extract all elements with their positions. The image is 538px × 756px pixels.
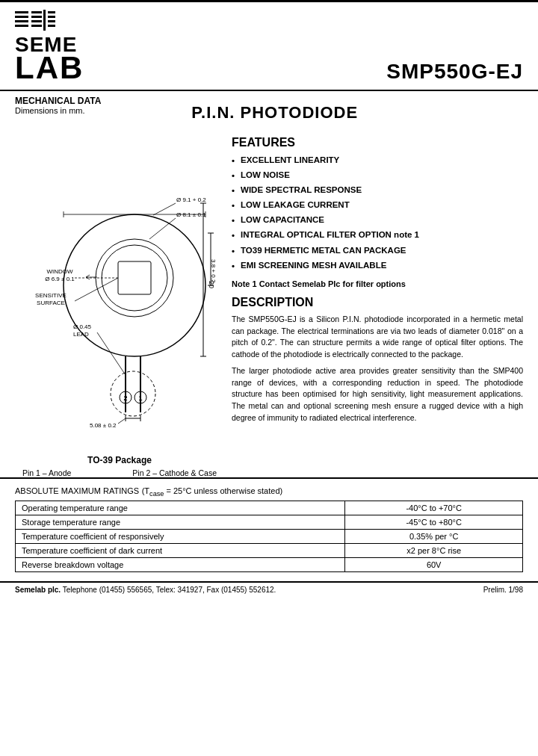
feature-item: •LOW NOISE [232,169,523,182]
feature-text: LOW LEAKAGE CURRENT [241,199,350,211]
value-cell: 0.35% per °C [345,530,523,544]
svg-text:SENSITIVE: SENSITIVE [35,292,67,299]
param-cell: Reverse breakdown voltage [16,558,345,572]
table-row: Operating temperature range-40°C to +70°… [16,501,523,515]
pin-labels: Pin 1 – Anode Pin 2 – Cathode & Case [15,468,224,477]
svg-rect-3 [15,25,28,27]
svg-line-33 [86,277,90,279]
subtitle-row: MECHANICAL DATA Dimensions in mm. P.I.N.… [0,91,538,126]
table-row: Storage temperature range-45°C to +80°C [16,515,523,530]
svg-text:Ø 6.9 ± 0.1: Ø 6.9 ± 0.1 [45,276,75,282]
footer-contact: Telephone (01455) 556565, Telex: 341927,… [63,586,276,594]
svg-rect-11 [48,20,55,22]
pin1-label: Pin 1 – Anode [22,468,71,477]
svg-rect-1 [15,16,28,18]
svg-rect-7 [31,25,42,27]
ratings-title-text: ABSOLUTE MAXIMUM RATINGS [15,486,139,495]
feature-text: EXCELLENT LINEARITY [241,154,339,166]
table-row: Temperature coefficient of dark currentx… [16,544,523,558]
param-cell: Temperature coefficient of dark current [16,544,345,558]
svg-text:Ø 0.45: Ø 0.45 [73,323,92,330]
param-cell: Temperature coefficient of responsively [16,530,345,544]
svg-rect-16 [118,261,151,294]
feature-text: TO39 HERMETIC METAL CAN PACKAGE [241,244,406,256]
description-para1: The SMP550G-EJ is a Silicon P.I.N. photo… [232,314,523,361]
bullet-icon: • [232,170,235,182]
product-title: SMP550G-EJ [386,60,523,84]
svg-rect-6 [31,20,42,22]
feature-text: WIDE SPECTRAL RESPONSE [241,184,362,196]
svg-text:Ø 8.1 ± 0.1: Ø 8.1 ± 0.1 [176,211,206,218]
bullet-icon: • [232,245,235,257]
device-type: P.I.N. PHOTODIODE [101,96,448,123]
features-area: FEATURES •EXCELLENT LINEARITY•LOW NOISE•… [232,128,523,477]
footer: Semelab plc. Telephone (01455) 556565, T… [0,581,538,597]
param-cell: Storage temperature range [16,515,345,530]
svg-text:3.8 + 0.2: 3.8 + 0.2 [210,259,217,283]
svg-text:WINDOW: WINDOW [46,268,73,275]
svg-point-14 [96,239,173,317]
ratings-table: Operating temperature range-40°C to +70°… [15,501,523,572]
svg-text:5.08 ± 0.2: 5.08 ± 0.2 [90,422,117,429]
main-content: 3.8 + 0.2 20 Ø 9.1 + 0.2 Ø 8.1 ± 0.1 WIN… [0,126,538,477]
svg-text:SURFACE: SURFACE [37,300,65,306]
bullet-icon: • [232,155,235,167]
feature-item: •EMI SCREENING MESH AVAILABLE [232,259,523,272]
ratings-condition: (Tcase = 25°C unless otherwise stated) [142,486,283,495]
svg-line-32 [86,275,90,277]
svg-line-47 [97,332,126,375]
svg-rect-10 [48,16,55,18]
mechanical-data-title: MECHANICAL DATA [15,96,101,106]
package-diagram: 3.8 + 0.2 20 Ø 9.1 + 0.2 Ø 8.1 ± 0.1 WIN… [15,128,217,450]
diagram-area: 3.8 + 0.2 20 Ø 9.1 + 0.2 Ø 8.1 ± 0.1 WIN… [15,128,224,477]
svg-line-25 [153,203,176,215]
feature-text: EMI SCREENING MESH AVAILABLE [241,259,386,271]
logo-lab: LAB [15,52,84,84]
description-title: DESCRIPTION [232,296,523,309]
feature-text: LOW CAPACITANCE [241,214,324,226]
description-para2: The larger photodiode active area provid… [232,365,523,424]
logo-icon-bars [15,10,56,33]
bullet-icon: • [232,199,235,211]
package-label: TO-39 Package [15,455,224,465]
svg-rect-2 [15,20,28,22]
value-cell: -45°C to +80°C [345,515,523,530]
svg-rect-9 [48,11,55,13]
bullet-icon: • [232,229,235,241]
table-row: Reverse breakdown voltage60V [16,558,523,572]
value-cell: -40°C to +70°C [345,501,523,515]
svg-line-27 [149,218,176,239]
svg-rect-8 [43,10,46,31]
mechanical-data: MECHANICAL DATA Dimensions in mm. [15,96,101,115]
feature-item: •EXCELLENT LINEARITY [232,154,523,167]
header: SEME LAB SMP550G-EJ [0,2,538,91]
svg-rect-4 [31,11,42,13]
param-cell: Operating temperature range [16,501,345,515]
features-note: Note 1 Contact Semelab Plc for filter op… [232,279,523,288]
value-cell: x2 per 8°C rise [345,544,523,558]
features-title: FEATURES [232,136,523,149]
svg-text:1: 1 [138,394,142,402]
svg-rect-5 [31,16,42,18]
svg-rect-0 [15,11,28,13]
ratings-section: ABSOLUTE MAXIMUM RATINGS (Tcase = 25°C u… [0,477,538,578]
svg-line-52 [118,418,126,424]
svg-point-15 [102,245,167,311]
logo-area: SEME LAB [15,10,84,84]
feature-item: •TO39 HERMETIC METAL CAN PACKAGE [232,244,523,257]
bullet-icon: • [232,260,235,272]
svg-text:Ø 9.1 + 0.2: Ø 9.1 + 0.2 [176,196,206,203]
svg-rect-12 [48,25,55,27]
bullet-icon: • [232,185,235,196]
svg-point-44 [111,371,155,416]
feature-item: •WIDE SPECTRAL RESPONSE [232,184,523,196]
svg-line-37 [75,278,118,301]
footer-company: Semelab plc. Telephone (01455) 556565, T… [15,586,276,594]
ratings-title: ABSOLUTE MAXIMUM RATINGS (Tcase = 25°C u… [15,485,523,498]
mechanical-data-sub: Dimensions in mm. [15,106,101,115]
feature-item: •LOW LEAKAGE CURRENT [232,199,523,211]
page: SEME LAB SMP550G-EJ MECHANICAL DATA Dime… [0,0,538,756]
table-row: Temperature coefficient of responsively0… [16,530,523,544]
feature-item: •LOW CAPACITANCE [232,214,523,226]
footer-prelim: Prelim. 1/98 [483,586,523,594]
